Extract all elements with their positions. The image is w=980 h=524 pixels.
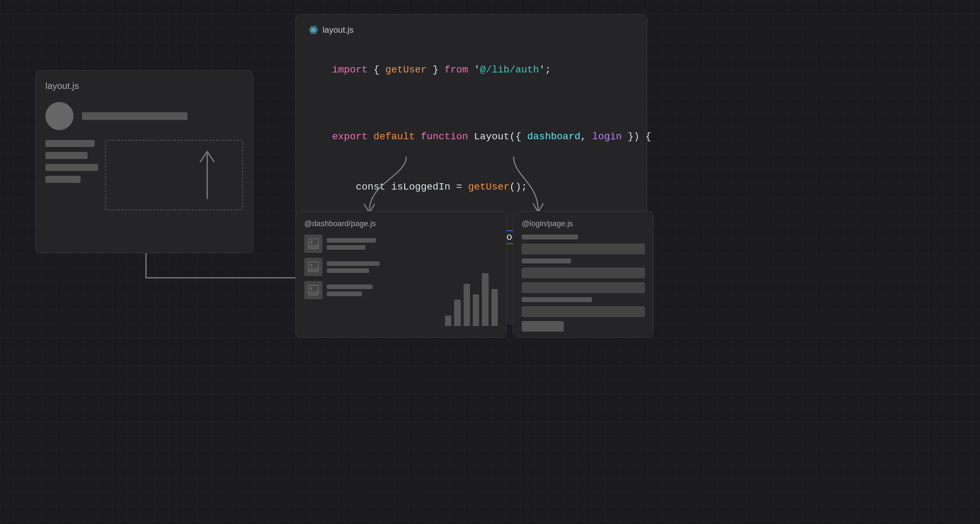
bar-1 xyxy=(445,316,451,326)
svg-point-10 xyxy=(310,287,312,289)
dash-text-lines-1 xyxy=(327,238,376,250)
dash-line-2b xyxy=(327,268,369,273)
wireframe-name-bar xyxy=(82,112,188,120)
login-text-2 xyxy=(522,259,571,264)
dashboard-chart xyxy=(445,235,498,327)
code-line-import: import { getUser } from '@/lib/auth'; xyxy=(309,44,634,95)
keyword-from: from xyxy=(445,64,468,75)
wireframe-nav-list xyxy=(45,140,98,210)
dash-text-lines-3 xyxy=(327,284,372,296)
dash-line-2a xyxy=(327,261,380,266)
login-card: @login/page.js xyxy=(513,211,654,338)
login-content xyxy=(522,235,645,332)
wireframe-content xyxy=(45,140,243,210)
login-input-2 xyxy=(522,268,645,278)
wireframe-nav-bars xyxy=(45,140,98,183)
dashboard-card: @dashboard/page.js xyxy=(296,211,506,338)
svg-point-6 xyxy=(310,241,312,243)
wireframe-content-placeholder xyxy=(105,140,243,210)
code-card-titlebar: layout.js xyxy=(309,25,634,35)
wireframe-card: layout.js xyxy=(35,70,253,253)
dash-image-2 xyxy=(304,258,323,276)
dash-line-3a xyxy=(327,284,372,289)
login-card-title: @login/page.js xyxy=(522,219,645,228)
login-input-1 xyxy=(522,244,645,254)
nav-bar-2 xyxy=(45,152,88,159)
login-input-4 xyxy=(522,306,645,317)
dash-image-3 xyxy=(304,281,323,299)
svg-point-1 xyxy=(312,29,315,31)
code-line-empty xyxy=(309,95,634,112)
login-text-1 xyxy=(522,235,578,240)
dashboard-card-title: @dashboard/page.js xyxy=(304,219,498,228)
wireframe-up-arrow xyxy=(186,146,228,203)
dashboard-list-item xyxy=(304,235,439,253)
bar-4 xyxy=(473,294,479,326)
bar-5 xyxy=(482,273,488,326)
dashboard-list xyxy=(304,235,439,327)
bar-3 xyxy=(464,284,470,326)
dash-line-1b xyxy=(327,245,366,250)
code-card-filename: layout.js xyxy=(323,25,353,35)
nav-bar-1 xyxy=(45,140,95,147)
dash-line-3b xyxy=(327,292,362,296)
dashboard-content xyxy=(304,235,498,327)
dash-image-1 xyxy=(304,235,323,253)
bottom-cards: @dashboard/page.js xyxy=(296,211,654,338)
react-icon xyxy=(309,25,318,35)
dash-line-1a xyxy=(327,238,376,243)
keyword-function: function xyxy=(421,131,468,142)
image-icon-1 xyxy=(308,238,319,249)
keyword-import: import xyxy=(332,64,368,75)
login-input-3 xyxy=(522,283,645,293)
svg-point-8 xyxy=(310,264,312,266)
code-line-const: const isLoggedIn = getUser(); xyxy=(309,162,634,212)
wireframe-avatar xyxy=(45,102,73,130)
login-text-3 xyxy=(522,297,592,302)
nav-bar-3 xyxy=(45,164,98,171)
nav-bar-4 xyxy=(45,176,81,183)
login-submit-btn xyxy=(522,321,564,332)
bar-2 xyxy=(454,300,460,326)
image-icon-2 xyxy=(308,261,319,273)
dashboard-list-item-2 xyxy=(304,258,439,276)
wireframe-header xyxy=(45,102,243,130)
image-icon-3 xyxy=(308,284,319,296)
bar-6 xyxy=(492,289,498,326)
wireframe-card-title: layout.js xyxy=(45,81,243,91)
dashboard-list-item-3 xyxy=(304,281,439,299)
code-line-export: export default function Layout({ dashboa… xyxy=(309,111,634,162)
dash-text-lines-2 xyxy=(327,261,380,273)
